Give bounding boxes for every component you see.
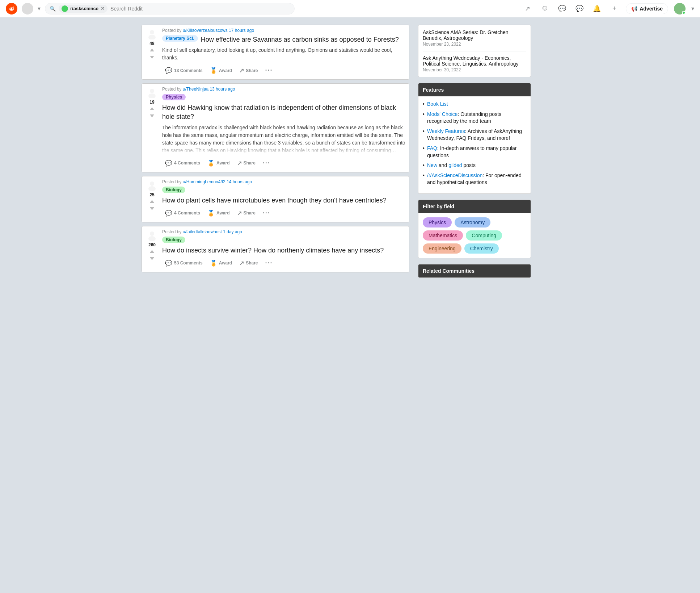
post-actions: 💬 53 Comments 🏅 Award ↗ Share ···	[162, 257, 406, 269]
remove-subreddit-icon[interactable]: ✕	[101, 6, 105, 11]
notifications-icon[interactable]: 🔔	[591, 3, 603, 14]
new-link[interactable]: New	[427, 162, 437, 168]
share-label: Share	[244, 160, 256, 166]
comment-icon: 💬	[165, 210, 172, 217]
comments-button[interactable]: 💬 53 Comments	[162, 258, 206, 269]
header-actions: ↗ © 💬 💬 🔔 + 📢 Advertise ▾	[522, 3, 694, 14]
ama-card-body: AskScience AMA Series: Dr. Gretchen Bene…	[418, 25, 531, 77]
list-item: Book List	[423, 101, 526, 108]
award-label: Award	[219, 68, 232, 73]
share-button[interactable]: ↗ Share	[236, 258, 261, 269]
search-input[interactable]	[110, 6, 290, 12]
trending-icon[interactable]: ↗	[522, 3, 533, 14]
list-item: Mods' Choice: Outstanding posts recogniz…	[423, 111, 526, 125]
vote-placeholder	[149, 106, 155, 118]
comments-button[interactable]: 💬 13 Comments	[162, 65, 206, 76]
comments-button[interactable]: 💬 4 Comments	[162, 208, 203, 219]
mods-choice-link[interactable]: Mods' Choice	[427, 111, 457, 117]
reddit-logo[interactable]	[6, 3, 17, 14]
related-header: Related Communities	[418, 264, 531, 277]
share-button[interactable]: ↗ Share	[236, 65, 261, 76]
table-row[interactable]: 25 Posted by u/HummingLemon492 14 hours …	[142, 176, 409, 222]
gilded-link[interactable]: gilded	[448, 162, 462, 168]
post-meta: Posted by u/TheeNinjaa 13 hours ago	[162, 87, 406, 92]
share-button[interactable]: ↗ Share	[234, 208, 258, 219]
award-label: Award	[216, 210, 229, 216]
post-actions: 💬 13 Comments 🏅 Award ↗ Share ···	[162, 64, 406, 76]
post-title-row: Biology How do insects survive winter? H…	[162, 237, 406, 255]
vote-placeholder	[149, 47, 155, 60]
award-button[interactable]: 🏅 Award	[204, 208, 232, 219]
coins-icon[interactable]: ©	[539, 3, 551, 14]
features-body: Book List Mods' Choice: Outstanding post…	[418, 96, 531, 193]
add-icon[interactable]: +	[608, 3, 620, 14]
comments-button[interactable]: 💬 4 Comments	[162, 158, 203, 169]
svg-point-9	[148, 93, 156, 98]
table-row[interactable]: 19 Posted by u/TheeNinjaa 13 hours ago P…	[142, 83, 409, 172]
share-icon: ↗	[239, 260, 244, 267]
post-flair[interactable]: Biology	[162, 187, 185, 193]
award-icon: 🏅	[210, 67, 217, 74]
filter-computing[interactable]: Computing	[466, 230, 502, 241]
share-icon: ↗	[237, 210, 242, 217]
post-author[interactable]: u/TheeNinjaa	[183, 87, 208, 92]
vote-count: 19	[149, 100, 154, 105]
post-time: 14 hours ago	[227, 179, 252, 184]
page-layout: 48 Posted by u/Killsoverzealouscows 17 h…	[133, 17, 567, 285]
user-avatar[interactable]	[674, 3, 686, 14]
filter-engineering[interactable]: Engineering	[423, 243, 461, 254]
more-button[interactable]: ···	[260, 157, 273, 169]
post-flair[interactable]: Biology	[162, 237, 185, 243]
post-author[interactable]: u/failedtalkshowhost	[183, 229, 222, 234]
award-button[interactable]: 🏅 Award	[207, 258, 235, 269]
award-button[interactable]: 🏅 Award	[207, 65, 235, 76]
post-title-row: Planetary Sci. How effective are Savanna…	[162, 35, 406, 44]
advertise-button[interactable]: 📢 Advertise	[626, 3, 668, 14]
user-icon	[146, 28, 158, 39]
post-content: Posted by u/TheeNinjaa 13 hours ago Phys…	[162, 87, 406, 169]
expand-icon[interactable]: ▾	[38, 5, 41, 12]
table-row[interactable]: 260 Posted by u/failedtalkshowhost 1 day…	[142, 226, 409, 272]
weekly-features-link[interactable]: Weekly Features	[427, 128, 465, 134]
related-communities-card: Related Communities	[418, 264, 531, 278]
share-label: Share	[246, 260, 258, 266]
filter-chemistry[interactable]: Chemistry	[464, 243, 499, 254]
filter-header: Filter by field	[418, 200, 531, 213]
ama-title[interactable]: AskScience AMA Series: Dr. Gretchen Bene…	[423, 29, 526, 41]
more-button[interactable]: ···	[260, 207, 273, 219]
book-list-link[interactable]: Book List	[427, 101, 448, 107]
ama-date: November 30, 2022	[423, 67, 526, 72]
svg-point-13	[148, 236, 156, 241]
post-author[interactable]: u/Killsoverzealouscows	[183, 28, 228, 33]
vote-placeholder	[149, 199, 155, 211]
table-row[interactable]: 48 Posted by u/Killsoverzealouscows 17 h…	[142, 25, 409, 80]
askscience-discussion-link[interactable]: /r/AskScienceDiscussion	[427, 172, 482, 178]
post-title: How did Hawking know that radiation is i…	[162, 103, 406, 121]
user-menu-expand-icon[interactable]: ▾	[691, 5, 694, 12]
snoo-icon[interactable]	[22, 3, 33, 14]
search-bar[interactable]: 🔍 r/askscience ✕	[45, 3, 295, 14]
award-icon: 🏅	[210, 260, 217, 267]
award-button[interactable]: 🏅 Award	[204, 158, 232, 169]
filter-mathematics[interactable]: Mathematics	[423, 230, 463, 241]
ama-card: AskScience AMA Series: Dr. Gretchen Bene…	[418, 25, 531, 77]
post-flair[interactable]: Planetary Sci.	[162, 35, 198, 42]
more-button[interactable]: ···	[262, 64, 276, 76]
list-item: FAQ: In-depth answers to many popular qu…	[423, 145, 526, 159]
post-title: How do plant cells have microtubules eve…	[162, 196, 387, 205]
chat-icon[interactable]: 💬	[556, 3, 568, 14]
post-time: 13 hours ago	[210, 87, 235, 92]
ama-title[interactable]: Ask Anything Wednesday - Economics, Poli…	[423, 55, 526, 67]
share-button[interactable]: ↗ Share	[234, 158, 258, 169]
filter-astronomy[interactable]: Astronomy	[455, 217, 490, 227]
post-actions: 💬 4 Comments 🏅 Award ↗ Share ···	[162, 157, 406, 169]
post-flair[interactable]: Physics	[162, 94, 186, 100]
post-author[interactable]: u/HummingLemon492	[183, 179, 225, 184]
more-button[interactable]: ···	[262, 257, 276, 269]
user-icon	[146, 179, 158, 191]
message-icon[interactable]: 💬	[574, 3, 585, 14]
faq-link[interactable]: FAQ	[427, 145, 437, 151]
filter-physics[interactable]: Physics	[423, 217, 452, 227]
post-content: Posted by u/Killsoverzealouscows 17 hour…	[162, 28, 406, 76]
online-indicator	[682, 11, 686, 14]
